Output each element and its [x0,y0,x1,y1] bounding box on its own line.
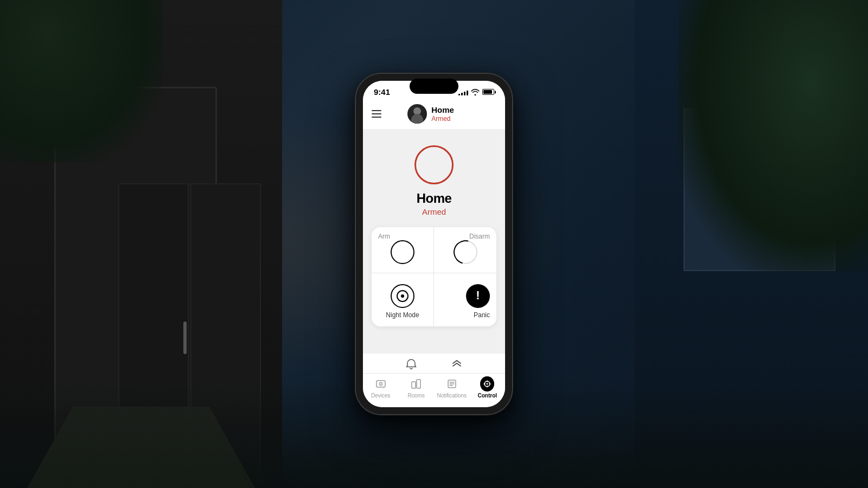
night-mode-icon [391,284,414,308]
night-mode-label: Night Mode [386,311,419,319]
tree-left [0,0,163,163]
app-header: Home Armed [363,100,505,129]
menu-button[interactable] [372,110,381,118]
wifi-icon [471,89,480,95]
tab-notifications-label: Notifications [437,393,467,399]
panic-cell[interactable]: ! Panic [434,273,496,326]
svg-rect-0 [376,381,385,387]
control-card: Arm Disarm [372,227,496,326]
status-sub-label: Armed [422,207,446,216]
status-icons [458,89,494,95]
quick-actions-bar [363,354,505,373]
door-handle [183,322,187,354]
chevron-up-icon [450,358,463,371]
tab-control-label: Control [477,393,497,399]
avatar-body [411,114,423,124]
exclamation-mark: ! [476,290,480,301]
hamburger-line-1 [372,110,381,111]
hamburger-line-3 [372,117,381,118]
signal-bar-1 [458,94,460,95]
header-text: Home Armed [431,105,454,123]
tab-control[interactable]: Control [473,377,502,399]
bell-quick-button[interactable] [405,358,418,371]
night-mode-icon-inner [397,290,409,302]
tab-rooms[interactable]: Rooms [401,377,431,399]
dynamic-island [410,81,458,94]
signal-bar-2 [461,93,463,95]
arm-label: Arm [378,233,390,240]
gravel-path [27,407,255,488]
header-center: Home Armed [407,104,454,124]
tab-devices-label: Devices [371,393,391,399]
header-title: Home [431,105,454,115]
tab-rooms-label: Rooms [407,393,425,399]
tab-devices[interactable]: Devices [366,377,395,399]
night-mode-icon-dot [401,294,404,298]
svg-rect-3 [417,380,420,388]
status-time: 9:41 [374,87,390,97]
disarm-label: Disarm [469,233,490,240]
disarm-cell[interactable]: Disarm [434,227,496,273]
panic-icon: ! [466,284,490,308]
devices-icon [374,377,388,391]
status-main-label: Home [417,191,452,206]
control-grid-top: Arm Disarm [372,227,496,273]
night-mode-cell[interactable]: Night Mode [372,273,434,326]
phone-device: 9:41 [355,73,513,415]
bell-icon [405,358,418,371]
tree-right [678,0,868,271]
signal-bar-3 [464,92,465,95]
signal-icon [458,89,468,95]
svg-rect-2 [412,382,416,388]
phone-wrapper: 9:41 [355,73,513,415]
arm-cell[interactable]: Arm [372,227,434,273]
panic-label: Panic [474,311,490,319]
hamburger-line-2 [372,113,381,114]
armed-status-circle[interactable] [414,145,454,184]
chevron-up-button[interactable] [450,358,463,371]
rooms-icon [409,377,423,391]
notifications-tab-icon [445,377,459,391]
signal-bar-4 [467,91,468,95]
header-status: Armed [431,115,454,123]
disarm-icon-spin [449,236,481,268]
svg-point-9 [487,383,488,385]
user-avatar[interactable] [407,104,427,124]
tab-notifications[interactable]: Notifications [437,377,467,399]
control-grid-bottom: Night Mode ! Panic [372,273,496,326]
status-circle-container: Home Armed [414,145,454,216]
svg-point-1 [379,383,382,386]
main-content: Home Armed Arm Disarm [363,129,505,354]
battery-fill [483,90,492,94]
phone-screen: 9:41 [363,81,505,407]
control-icon-bg [480,376,494,391]
battery-icon [482,89,494,95]
arm-icon-circle [391,240,414,264]
control-tab-icon [480,377,494,391]
tab-bar: Devices Rooms [363,373,505,407]
